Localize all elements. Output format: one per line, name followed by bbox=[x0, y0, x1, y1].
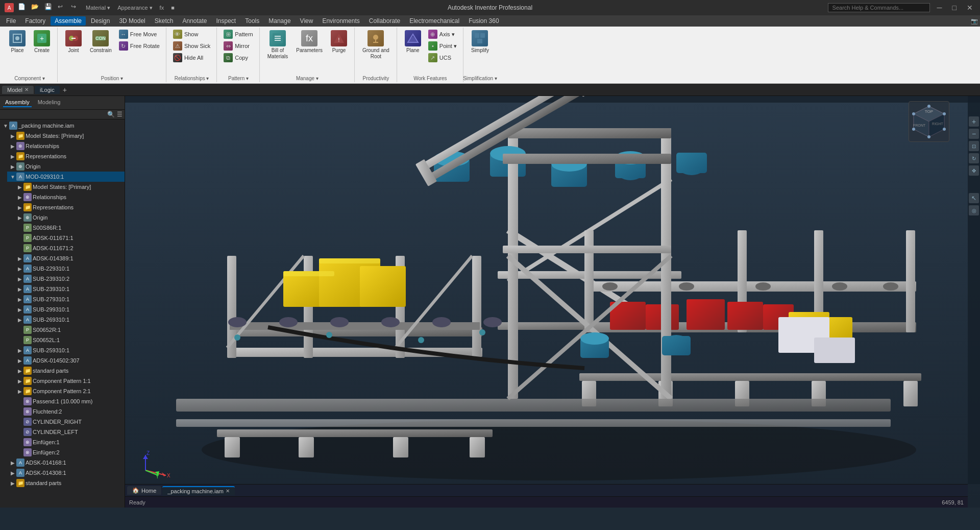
tree-expander-comppattern1[interactable]: ▶ bbox=[16, 377, 23, 384]
menu-annotate[interactable]: Annotate bbox=[178, 16, 211, 26]
tree-expander-standardparts2[interactable]: ▶ bbox=[9, 479, 16, 487]
tree-item-modelstates[interactable]: ▶ 📁 Model States: [Primary] bbox=[7, 131, 125, 141]
assembly-tab-modeling[interactable]: Modeling bbox=[36, 98, 63, 107]
freerotate-button[interactable]: ↻ Free Rotate bbox=[117, 40, 162, 52]
menu-file[interactable]: File bbox=[2, 16, 20, 26]
menu-fusion360[interactable]: Fusion 360 bbox=[464, 16, 503, 26]
tree-expander-adsk011671-1[interactable] bbox=[16, 234, 23, 242]
tree-expander-origin2[interactable]: ▶ bbox=[16, 214, 23, 221]
maximize-button[interactable]: □ bbox=[949, 3, 960, 13]
tree-expander-adsk014308[interactable]: ▶ bbox=[9, 469, 16, 476]
search-icon[interactable]: 🔍 bbox=[107, 111, 115, 118]
tree-item-relationships2[interactable]: ▶ ⊗ Relationships bbox=[14, 192, 125, 202]
place-button[interactable]: Place bbox=[6, 29, 29, 55]
zoom-fit-button[interactable]: ⊡ bbox=[969, 141, 979, 151]
cursor-button[interactable]: ↖ bbox=[969, 193, 979, 203]
tree-item-standardparts1[interactable]: ▶ 📁 standard parts bbox=[14, 366, 125, 376]
tree-expander-sub239310-2[interactable]: ▶ bbox=[16, 275, 23, 282]
tree-options-icon[interactable]: ☰ bbox=[117, 111, 122, 118]
tree-item-relationships1[interactable]: ▶ ⊗ Relationships bbox=[7, 141, 125, 151]
tree-item-origin2[interactable]: ▶ ⊕ Origin bbox=[14, 212, 125, 223]
menu-environments[interactable]: Environments bbox=[318, 16, 363, 26]
tree-item-adsk014389[interactable]: ▶ A ADSK-014389:1 bbox=[14, 253, 125, 263]
orbit-button[interactable]: ↻ bbox=[969, 153, 979, 163]
tree-expander-fluchtend2[interactable] bbox=[16, 408, 23, 415]
assembly-tab-assembly[interactable]: Assembly bbox=[3, 98, 32, 107]
menu-sketch[interactable]: Sketch bbox=[151, 16, 178, 26]
tree-expander-cylright[interactable] bbox=[16, 418, 23, 425]
menu-collaborate[interactable]: Collaborate bbox=[365, 16, 404, 26]
menu-view[interactable]: View bbox=[296, 16, 317, 26]
tree-expander-sub259310[interactable]: ▶ bbox=[16, 347, 23, 354]
home-tab[interactable]: 🏠 Home bbox=[127, 486, 161, 495]
close-button[interactable]: ✕ bbox=[964, 3, 976, 13]
redo-icon[interactable]: ↪ bbox=[71, 3, 80, 12]
bom-button[interactable]: Bill ofMaterials bbox=[264, 29, 291, 61]
point-button[interactable]: • Point ▾ bbox=[426, 40, 459, 52]
open-icon[interactable]: 📂 bbox=[31, 3, 40, 12]
search-input[interactable] bbox=[828, 3, 930, 12]
ground-button[interactable]: Ground andRoot bbox=[359, 29, 393, 61]
tree-expander-relationships1[interactable]: ▶ bbox=[9, 142, 16, 150]
tree-item-adsk014502[interactable]: ▶ A ADSK-014502:307 bbox=[14, 355, 125, 366]
tree-item-representations1[interactable]: ▶ 📁 Representations bbox=[7, 151, 125, 161]
tree-expander-representations1[interactable]: ▶ bbox=[9, 153, 16, 160]
menu-factory[interactable]: Factory bbox=[21, 16, 50, 26]
tree-item-adsk011671-1[interactable]: P ADSK-011671:1 bbox=[14, 233, 125, 243]
tree-item-comppattern2[interactable]: ▶ 📁 Component Pattern 2:1 bbox=[14, 386, 125, 396]
tree-item-s00s86r[interactable]: P S00S86R:1 bbox=[14, 223, 125, 233]
tree-expander-sub239310-1[interactable]: ▶ bbox=[16, 285, 23, 293]
params-button[interactable]: fx Parameters bbox=[293, 29, 326, 55]
tree-expander-adsk014389[interactable]: ▶ bbox=[16, 255, 23, 262]
tree-expander-einfugen2[interactable] bbox=[16, 449, 23, 456]
packing-tab-close[interactable]: ✕ bbox=[226, 488, 230, 494]
menu-assemble[interactable]: Assemble bbox=[51, 16, 86, 26]
tree-item-origin1[interactable]: ▶ ⊕ Origin bbox=[7, 161, 125, 172]
appearance-selector[interactable]: Appearance ▾ bbox=[117, 5, 152, 11]
tree-expander-modelstates[interactable]: ▶ bbox=[9, 132, 16, 139]
fx-btn[interactable]: fx bbox=[160, 5, 164, 11]
joint-button[interactable]: Joint bbox=[62, 29, 85, 55]
tree-item-einfugen2[interactable]: ⊗ Einfügen:2 bbox=[14, 447, 125, 457]
save-icon[interactable]: 💾 bbox=[44, 3, 54, 12]
nav-cube[interactable]: TOP FRONT RIGHT bbox=[909, 101, 949, 142]
menu-3dmodel[interactable]: 3D Model bbox=[115, 16, 149, 26]
param-field[interactable]: ■ bbox=[171, 5, 175, 11]
simplify-button[interactable]: Simplify bbox=[468, 29, 492, 55]
packing-tab[interactable]: _packing machine.iam ✕ bbox=[162, 486, 234, 495]
tree-expander-einfugen1[interactable] bbox=[16, 439, 23, 446]
minimize-button[interactable]: ─ bbox=[934, 3, 945, 13]
menu-manage[interactable]: Manage bbox=[264, 16, 295, 26]
tree-item-adsk014168[interactable]: ▶ A ADSK-014168:1 bbox=[7, 457, 125, 468]
tree-expander-comppattern2[interactable]: ▶ bbox=[16, 388, 23, 395]
hideall-button[interactable]: 🚫 Hide All bbox=[171, 52, 212, 63]
plane-button[interactable]: Plane bbox=[402, 29, 424, 55]
tree-expander-sub299310[interactable]: ▶ bbox=[16, 306, 23, 313]
tree-expander-standardparts1[interactable]: ▶ bbox=[16, 367, 23, 374]
tree-item-standardparts2[interactable]: ▶ 📁 standard parts bbox=[7, 478, 125, 488]
tree-expander-adsk011671-2[interactable] bbox=[16, 245, 23, 252]
tree-item-adsk011671-2[interactable]: P ADSK-011671:2 bbox=[14, 243, 125, 253]
tree-item-s00652r[interactable]: P S00652R:1 bbox=[14, 325, 125, 335]
tree-item-mod029310[interactable]: ▼ A MOD-029310:1 bbox=[7, 172, 125, 182]
ucs-button[interactable]: ↗ UCS bbox=[426, 52, 459, 63]
copy-button[interactable]: ⧉ Copy bbox=[222, 52, 255, 63]
material-selector[interactable]: Material ▾ bbox=[86, 5, 110, 11]
tree-item-passend1[interactable]: ⊗ Passend:1 (10.000 mm) bbox=[14, 396, 125, 406]
menu-inspect[interactable]: Inspect bbox=[212, 16, 240, 26]
model-tab[interactable]: Model ✕ bbox=[2, 86, 34, 94]
tree-expander-passend1[interactable] bbox=[16, 398, 23, 405]
tree-expander-s00652l[interactable] bbox=[16, 336, 23, 344]
tree-expander-adsk014502[interactable]: ▶ bbox=[16, 357, 23, 364]
tree-expander-adsk014168[interactable]: ▶ bbox=[9, 459, 16, 466]
tree-expander-sub279310[interactable]: ▶ bbox=[16, 296, 23, 303]
constrain-button[interactable]: CON Constrain bbox=[87, 29, 115, 55]
tree-expander-s00s86r[interactable] bbox=[16, 224, 23, 231]
purge-button[interactable]: ! Purge bbox=[328, 29, 350, 55]
tree-item-fluchtend2[interactable]: ⊗ Fluchtend:2 bbox=[14, 406, 125, 417]
tree-expander-relationships2[interactable]: ▶ bbox=[16, 194, 23, 201]
tree-expander-root[interactable]: ▼ bbox=[2, 122, 9, 129]
menu-tools[interactable]: Tools bbox=[241, 16, 263, 26]
tree-item-modelstates2[interactable]: ▶ 📁 Model States: [Primary] bbox=[14, 182, 125, 192]
tree-item-sub239310-2[interactable]: ▶ A SUB-239310:2 bbox=[14, 274, 125, 284]
